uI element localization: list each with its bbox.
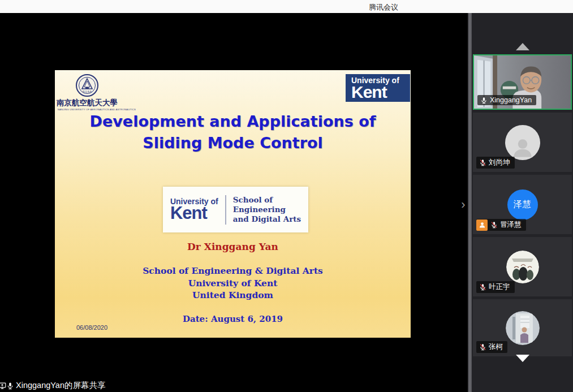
school-logo-box: University of Kent School of Engineering… — [163, 187, 308, 232]
participant-name-label: XinggangYan — [477, 95, 536, 105]
mic-muted-icon — [490, 221, 498, 229]
participant-tile-zhangke[interactable]: 张柯 — [473, 299, 572, 356]
participant-name: 叶正宇 — [489, 282, 510, 292]
slide-title-line2: Sliding Mode Control — [55, 132, 411, 154]
presenter-name: Dr Xinggang Yan — [55, 241, 411, 252]
affiliation-line: School of Engineering & Digital Arts — [55, 265, 411, 277]
participant-tile-liushangkun[interactable]: 刘尚坤 — [473, 113, 572, 172]
participant-name: 刘尚坤 — [489, 158, 510, 167]
participant-tile-maozehui[interactable]: 泽慧 冒泽慧 — [473, 175, 572, 234]
participant-tile-yezhengyu[interactable]: 叶正宇 — [473, 237, 572, 296]
participant-name-label: 刘尚坤 — [476, 157, 515, 169]
participant-name-label: 叶正宇 — [476, 281, 515, 293]
scroll-up-arrow-icon[interactable] — [516, 43, 529, 50]
window-titlebar: 腾讯会议 — [0, 0, 573, 13]
participant-name: XinggangYan — [490, 96, 532, 104]
participant-tile-xinggangyan[interactable]: XinggangYan — [473, 54, 572, 110]
participant-name-label: 冒泽慧 — [476, 219, 526, 231]
nuaa-emblem-icon: N U A A — [75, 74, 100, 97]
mic-on-icon — [480, 97, 488, 104]
participants-sidebar: XinggangYan 刘尚坤 泽慧 冒泽慧 — [472, 13, 573, 392]
app-title: 腾讯会议 — [369, 2, 398, 12]
affiliation-line: University of Kent — [55, 277, 411, 290]
slide-title-line1: Development and Applications of — [55, 111, 411, 132]
mic-icon — [6, 382, 14, 390]
host-badge-icon — [476, 219, 488, 231]
screen-share-statusbar: XinggangYan的屏幕共享 — [0, 379, 468, 392]
photo-avatar — [506, 311, 540, 345]
person-silhouette-icon — [510, 135, 535, 160]
scroll-down-arrow-icon[interactable] — [516, 355, 529, 362]
share-status-label: XinggangYan的屏幕共享 — [16, 380, 106, 391]
nuaa-logo: N U A A 南京航空航天大學 NANJING UNIVERSITY OF A… — [56, 72, 118, 111]
participant-name: 冒泽慧 — [500, 220, 522, 230]
kent-logo-line2: Kent — [351, 84, 410, 100]
participant-name-label: 张柯 — [476, 341, 507, 353]
photo-avatar — [506, 251, 539, 283]
dept-line: Engineering — [233, 205, 301, 214]
slide-title: Development and Applications of Sliding … — [55, 111, 411, 154]
sidebar-expand-chevron[interactable]: › — [458, 197, 468, 214]
mic-muted-icon — [479, 343, 486, 351]
svg-text:N U A A: N U A A — [83, 91, 92, 93]
affiliation-block: School of Engineering & Digital Arts Uni… — [55, 265, 411, 301]
dept-line: and Digital Arts — [233, 214, 301, 224]
slide-date: Date: August 6, 2019 — [55, 314, 411, 324]
slide-corner-date: 06/08/2020 — [76, 324, 107, 331]
affiliation-line: United Kingdom — [55, 289, 411, 301]
mic-muted-icon — [479, 159, 486, 166]
participant-name: 张柯 — [489, 342, 503, 352]
kent-logo: University of Kent — [346, 74, 410, 102]
presentation-slide: N U A A 南京航空航天大學 NANJING UNIVERSITY OF A… — [55, 70, 411, 338]
initials-avatar: 泽慧 — [507, 189, 538, 220]
mic-muted-icon — [479, 283, 486, 291]
sidebar-divider — [468, 13, 472, 392]
school-box-divider — [225, 195, 226, 225]
school-box-kent-logo: University of Kent — [170, 198, 218, 221]
school-box-department: School of Engineering and Digital Arts — [233, 195, 301, 224]
screen-share-icon — [0, 382, 6, 390]
dept-line: School of — [233, 195, 301, 205]
shared-screen-area: N U A A 南京航空航天大學 NANJING UNIVERSITY OF A… — [0, 13, 468, 392]
nuaa-name-cn: 南京航空航天大學 — [56, 98, 118, 108]
school-box-uni-line2: Kent — [170, 205, 218, 221]
